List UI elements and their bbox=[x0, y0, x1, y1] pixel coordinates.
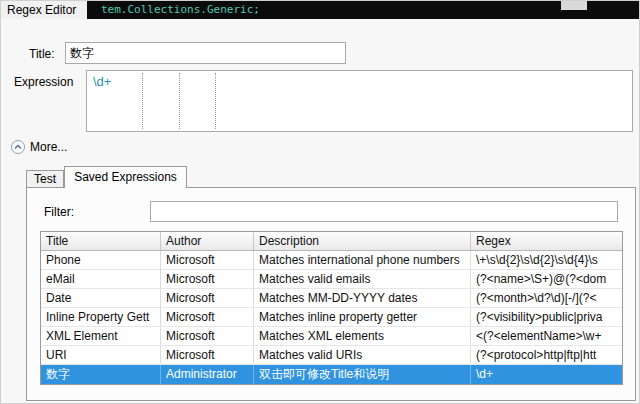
filter-label: Filter: bbox=[44, 205, 74, 219]
more-label: More... bbox=[30, 140, 67, 154]
title-label: Title: bbox=[29, 47, 55, 61]
tab-stop-guide bbox=[142, 73, 143, 129]
table-cell-description[interactable]: Matches international phone numbers bbox=[254, 251, 471, 269]
saved-expressions-table: Title Author Description Regex PhoneMicr… bbox=[40, 231, 623, 385]
table-cell-description[interactable]: Matches XML elements bbox=[254, 327, 471, 345]
dialog-body: Title: Expression \d+ More... Test Saved… bbox=[1, 19, 639, 403]
table-row[interactable]: Inline Property GettMicrosoftMatches inl… bbox=[41, 308, 622, 327]
table-cell-author[interactable]: Administrator bbox=[161, 365, 254, 384]
more-expander[interactable]: More... bbox=[11, 139, 67, 155]
column-header-author[interactable]: Author bbox=[161, 232, 254, 250]
table-cell-regex[interactable]: (?<visibility>public|priva bbox=[471, 308, 622, 326]
background-code-text: tem.Collections.Generic; bbox=[101, 3, 260, 16]
table-cell-regex[interactable]: \d+ bbox=[471, 365, 622, 384]
table-cell-description[interactable]: Matches valid URIs bbox=[254, 346, 471, 364]
table-cell-regex[interactable]: (?<name>\S+)@(?<dom bbox=[471, 270, 622, 288]
table-cell-author[interactable]: Microsoft bbox=[161, 346, 254, 364]
table-body: PhoneMicrosoftMatches international phon… bbox=[41, 251, 622, 384]
table-row[interactable]: DateMicrosoftMatches MM-DD-YYYY dates(?<… bbox=[41, 289, 622, 308]
column-header-description[interactable]: Description bbox=[254, 232, 471, 250]
table-cell-description[interactable]: Matches MM-DD-YYYY dates bbox=[254, 289, 471, 307]
table-cell-title[interactable]: eMail bbox=[41, 270, 161, 288]
expression-value: \d+ bbox=[93, 74, 111, 89]
column-header-regex[interactable]: Regex bbox=[471, 232, 622, 250]
table-cell-description[interactable]: 双击即可修改Title和说明 bbox=[254, 365, 471, 384]
table-row[interactable]: 数字Administrator双击即可修改Title和说明\d+ bbox=[41, 365, 622, 384]
window-title: Regex Editor bbox=[1, 1, 87, 19]
column-header-title[interactable]: Title bbox=[41, 232, 161, 250]
table-cell-regex[interactable]: <(?<elementName>\w+ bbox=[471, 327, 622, 345]
expression-label: Expression bbox=[14, 75, 73, 89]
table-cell-author[interactable]: Microsoft bbox=[161, 251, 254, 269]
background-window-fragment bbox=[561, 1, 587, 10]
table-cell-author[interactable]: Microsoft bbox=[161, 327, 254, 345]
table-cell-regex[interactable]: (?<month>\d?\d)[-/](?< bbox=[471, 289, 622, 307]
tab-stop-guide bbox=[215, 73, 216, 129]
tab-stop-guide bbox=[179, 73, 180, 129]
table-cell-author[interactable]: Microsoft bbox=[161, 270, 254, 288]
table-cell-title[interactable]: 数字 bbox=[41, 365, 161, 384]
table-cell-title[interactable]: XML Element bbox=[41, 327, 161, 345]
tab-test[interactable]: Test bbox=[26, 170, 64, 187]
table-row[interactable]: PhoneMicrosoftMatches international phon… bbox=[41, 251, 622, 270]
table-cell-regex[interactable]: (?<protocol>http|ftp|htt bbox=[471, 346, 622, 364]
filter-input[interactable] bbox=[150, 201, 618, 222]
table-row[interactable]: eMailMicrosoftMatches valid emails(?<nam… bbox=[41, 270, 622, 289]
table-row[interactable]: URIMicrosoftMatches valid URIs(?<protoco… bbox=[41, 346, 622, 365]
table-header: Title Author Description Regex bbox=[41, 232, 622, 251]
table-row[interactable]: XML ElementMicrosoftMatches XML elements… bbox=[41, 327, 622, 346]
window-titlebar: Regex Editor tem.Collections.Generic; bbox=[1, 1, 639, 19]
background-code-strip: tem.Collections.Generic; bbox=[87, 1, 639, 19]
table-cell-regex[interactable]: \+\s\d{2}\s\d{2}\s\d{4}\s bbox=[471, 251, 622, 269]
expression-input[interactable]: \d+ bbox=[86, 70, 633, 132]
chevron-up-icon bbox=[11, 140, 25, 154]
table-cell-title[interactable]: URI bbox=[41, 346, 161, 364]
tab-saved-expressions[interactable]: Saved Expressions bbox=[64, 166, 187, 188]
table-cell-description[interactable]: Matches valid emails bbox=[254, 270, 471, 288]
table-cell-author[interactable]: Microsoft bbox=[161, 289, 254, 307]
regex-editor-window: Regex Editor tem.Collections.Generic; Ti… bbox=[0, 0, 640, 404]
table-cell-title[interactable]: Phone bbox=[41, 251, 161, 269]
saved-expressions-tabpage: Filter: Title Author Description Regex P… bbox=[26, 187, 636, 401]
table-cell-author[interactable]: Microsoft bbox=[161, 308, 254, 326]
title-input[interactable] bbox=[65, 42, 346, 64]
table-cell-description[interactable]: Matches inline property getter bbox=[254, 308, 471, 326]
table-cell-title[interactable]: Date bbox=[41, 289, 161, 307]
table-cell-title[interactable]: Inline Property Gett bbox=[41, 308, 161, 326]
